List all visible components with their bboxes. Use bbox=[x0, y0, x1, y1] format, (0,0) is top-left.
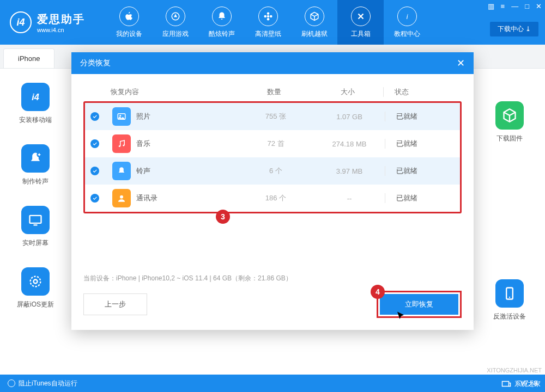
watermark: XITONGZHIJIA.NET bbox=[487, 367, 542, 373]
monitor-icon bbox=[21, 206, 50, 234]
side-block-updates[interactable]: 屏蔽iOS更新 bbox=[17, 267, 54, 309]
appstore-icon bbox=[166, 7, 185, 26]
nav-flash[interactable]: 刷机越狱 bbox=[291, 0, 337, 45]
toggle-off-icon[interactable] bbox=[8, 379, 15, 387]
phone-icon bbox=[495, 279, 524, 308]
side-make-ringtone[interactable]: 制作铃声 bbox=[21, 144, 50, 186]
bell-plus-icon bbox=[21, 144, 50, 173]
nav-ringtones[interactable]: 酷炫铃声 bbox=[198, 0, 245, 45]
callout-badge-3: 3 bbox=[216, 210, 230, 224]
header-qty: 数量 bbox=[236, 87, 312, 97]
side-download-firmware[interactable]: 下载固件 bbox=[495, 101, 524, 143]
table-row[interactable]: 照片 755 张 1.07 GB 已就绪 bbox=[85, 103, 460, 130]
svg-point-10 bbox=[31, 277, 41, 287]
bell-icon bbox=[212, 7, 232, 26]
theme-icon[interactable]: ▥ bbox=[488, 2, 494, 10]
restore-button[interactable]: 立即恢复 bbox=[380, 294, 458, 315]
svg-point-1 bbox=[267, 15, 269, 17]
app-url: www.i4.cn bbox=[37, 27, 85, 33]
app-header: i4 爱思助手 www.i4.cn 我的设备 应用游戏 酷炫铃声 高清壁纸 刷机… bbox=[0, 0, 545, 45]
svg-point-18 bbox=[120, 195, 123, 199]
header-size: 大小 bbox=[312, 87, 383, 97]
app-name: 爱思助手 bbox=[37, 12, 85, 27]
box-icon bbox=[305, 7, 324, 26]
window-controls: ▥ ≡ — □ ✕ bbox=[488, 2, 542, 10]
logo-icon: i4 bbox=[10, 11, 32, 33]
table-row[interactable]: 音乐 72 首 274.18 MB 已就绪 bbox=[85, 130, 460, 157]
checkbox-checked-icon[interactable] bbox=[90, 194, 99, 203]
restore-button-highlight: 4 立即恢复 bbox=[377, 291, 462, 318]
svg-point-4 bbox=[264, 15, 267, 17]
svg-rect-19 bbox=[502, 382, 509, 387]
device-info: 当前设备：iPhone | iPhone10,2 ~ iOS 11.4 | 64… bbox=[83, 274, 462, 283]
music-icon bbox=[112, 134, 131, 153]
svg-text:i4: i4 bbox=[32, 92, 39, 102]
svg-point-17 bbox=[123, 145, 124, 146]
logo: i4 爱思助手 www.i4.cn bbox=[0, 11, 95, 33]
checkbox-checked-icon[interactable] bbox=[90, 112, 99, 121]
table-header: 恢复内容 数量 大小 状态 bbox=[83, 83, 462, 101]
gear-icon bbox=[21, 267, 50, 296]
watermark-logo: 系统之家 bbox=[500, 379, 541, 389]
main-nav: 我的设备 应用游戏 酷炫铃声 高清壁纸 刷机越狱 工具箱 i教程中心 bbox=[106, 0, 430, 45]
status-itunes[interactable]: 阻止iTunes自动运行 bbox=[19, 379, 77, 388]
header-status: 状态 bbox=[383, 87, 438, 97]
svg-point-3 bbox=[267, 18, 269, 21]
restore-table: 照片 755 张 1.07 GB 已就绪 音乐 72 首 274.18 MB 已… bbox=[83, 101, 462, 213]
table-row[interactable]: 铃声 6 个 3.97 MB 已就绪 bbox=[85, 157, 460, 185]
nav-apps[interactable]: 应用游戏 bbox=[152, 0, 198, 45]
svg-point-13 bbox=[509, 297, 510, 298]
contact-icon bbox=[112, 189, 131, 207]
nav-toolbox[interactable]: 工具箱 bbox=[337, 0, 384, 45]
minimize-icon[interactable]: — bbox=[511, 2, 518, 10]
nav-wallpapers[interactable]: 高清壁纸 bbox=[245, 0, 291, 45]
status-bar: 阻止iTunes自动运行 V7.68 bbox=[0, 375, 545, 392]
table-row[interactable]: 通讯录 186 个 -- 已就绪 bbox=[85, 185, 460, 212]
tools-icon bbox=[351, 7, 371, 26]
nav-my-device[interactable]: 我的设备 bbox=[106, 0, 152, 45]
callout-badge-4: 4 bbox=[371, 285, 385, 299]
modal-title: 分类恢复 bbox=[80, 58, 111, 68]
photo-icon bbox=[112, 107, 131, 126]
i4-icon: i4 bbox=[21, 83, 50, 111]
side-realtime-screen[interactable]: 实时屏幕 bbox=[21, 206, 50, 248]
back-button[interactable]: 上一步 bbox=[83, 293, 147, 315]
maximize-icon[interactable]: □ bbox=[525, 2, 529, 10]
side-install-mobile[interactable]: i4安装移动端 bbox=[19, 83, 52, 125]
tab-iphone[interactable]: iPhone bbox=[3, 48, 55, 68]
cube-icon bbox=[495, 101, 524, 130]
nav-tutorials[interactable]: i教程中心 bbox=[384, 0, 430, 45]
svg-text:i: i bbox=[406, 13, 408, 20]
checkbox-checked-icon[interactable] bbox=[90, 167, 99, 175]
svg-point-2 bbox=[267, 12, 269, 15]
side-deactivate[interactable]: 反激活设备 bbox=[493, 279, 526, 321]
header-content: 恢复内容 bbox=[111, 87, 236, 97]
svg-point-5 bbox=[270, 15, 272, 17]
checkbox-checked-icon[interactable] bbox=[90, 139, 99, 148]
svg-point-11 bbox=[33, 280, 37, 284]
sidebar-left: i4安装移动端 制作铃声 实时屏幕 屏蔽iOS更新 bbox=[11, 83, 60, 309]
apple-icon bbox=[119, 7, 139, 26]
svg-point-16 bbox=[119, 145, 120, 147]
modal-header: 分类恢复 ✕ bbox=[71, 52, 474, 74]
sidebar-right: 下载固件 反激活设备 bbox=[485, 101, 534, 321]
svg-rect-9 bbox=[30, 216, 41, 223]
download-center-button[interactable]: 下载中心 ⤓ bbox=[490, 22, 538, 36]
info-icon: i bbox=[397, 7, 417, 26]
menu-icon[interactable]: ≡ bbox=[501, 2, 505, 10]
close-icon[interactable]: ✕ bbox=[536, 2, 542, 10]
cursor-icon bbox=[396, 311, 405, 321]
svg-point-15 bbox=[119, 115, 121, 117]
bell-icon bbox=[112, 162, 131, 180]
flower-icon bbox=[258, 7, 278, 26]
restore-modal: 分类恢复 ✕ 恢复内容 数量 大小 状态 照片 755 张 1.07 GB 已就… bbox=[71, 52, 474, 330]
modal-close-icon[interactable]: ✕ bbox=[457, 57, 465, 69]
